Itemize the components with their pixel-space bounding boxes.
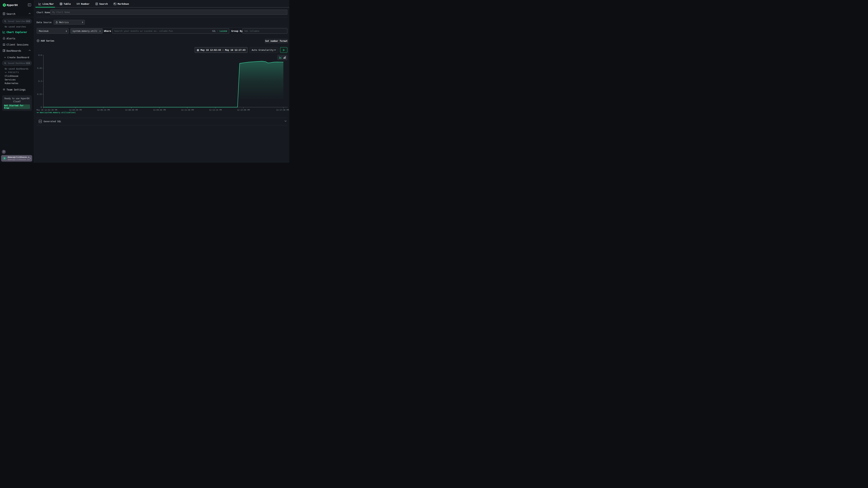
plus-icon: + <box>4 56 6 59</box>
svg-text:0.3: 0.3 <box>38 80 42 82</box>
svg-text:12:15:00 PM: 12:15:00 PM <box>237 109 250 111</box>
line-chart-icon[interactable] <box>279 56 282 59</box>
run-query-button[interactable] <box>280 47 287 53</box>
generated-sql-expand-chevron-icon[interactable] <box>284 120 287 122</box>
code-icon <box>39 120 42 123</box>
svg-text:0: 0 <box>41 106 42 108</box>
granularity-value: Auto Granularity <box>252 48 273 51</box>
saved-searches-input[interactable] <box>7 20 26 23</box>
cloud-cta-line2: Cloud? <box>2 100 32 103</box>
add-series-button[interactable]: Add Series <box>37 39 54 42</box>
select-chevrons-icon: ▲▼ <box>66 30 67 32</box>
chart-type-toggle <box>277 55 287 60</box>
alerts-bell-icon <box>3 37 5 40</box>
saved-searches-search[interactable]: ⌘ K <box>2 19 32 24</box>
add-series-label: Add Series <box>41 39 54 42</box>
user-team: demos@clickhouse.com's <box>8 158 29 161</box>
chevron-down-icon <box>274 50 276 51</box>
svg-text:12:06:15 PM: 12:06:15 PM <box>97 109 110 111</box>
preset-clickhouse[interactable]: Clickhouse <box>5 75 18 77</box>
create-dashboard-button[interactable]: + Create Dashboard <box>4 56 29 59</box>
data-source-label: Data Source <box>36 21 52 24</box>
where-label: Where <box>104 30 111 32</box>
tab-markdown[interactable]: M↓ Markdown <box>114 0 129 8</box>
help-button[interactable]: ? <box>2 150 6 154</box>
play-icon <box>283 49 285 51</box>
chevron-down-icon <box>5 72 7 73</box>
saved-dashboards-search[interactable]: ⌘ K <box>2 61 32 66</box>
magnifier-icon <box>4 20 6 23</box>
aggregation-value: Maximum <box>39 30 49 32</box>
dashboards-chevron-up-icon[interactable] <box>29 50 31 51</box>
user-menu[interactable]: D demos@clickhouse.com demos@clickhouse.… <box>1 155 32 162</box>
presets-header[interactable]: PRESETS <box>5 71 19 73</box>
saved-dashboards-input[interactable] <box>7 62 26 65</box>
tab-number[interactable]: 123 Number <box>76 0 90 8</box>
svg-text:12:09:45 PM: 12:09:45 PM <box>153 109 166 111</box>
tab-bar-track <box>35 7 289 8</box>
bar-chart-icon[interactable] <box>283 56 286 59</box>
search-section-chevron-up-icon[interactable] <box>29 13 31 14</box>
tab-table[interactable]: Table <box>60 0 71 8</box>
where-field: SQL | Lucene <box>112 28 229 34</box>
data-source-select[interactable]: Metrics ▲▼ <box>54 20 85 25</box>
chart-name-label: Chart Name <box>36 11 50 14</box>
user-email: demos@clickhouse.com <box>8 156 29 158</box>
svg-text:0.15: 0.15 <box>37 93 42 95</box>
date-range-value: May 16 12:02:43 - May 16 12:17:43 <box>200 48 245 51</box>
select-chevrons-icon: ▲▼ <box>82 21 83 23</box>
sidebar-item-alerts[interactable]: Alerts <box>6 37 16 40</box>
metric-tag[interactable]: system.memory.utiliza ✕ <box>70 28 102 34</box>
number-123-icon: 123 <box>76 3 80 5</box>
sql-toggle[interactable]: SQL <box>212 30 216 32</box>
no-saved-dashboards-text: No saved dashboards <box>5 68 29 70</box>
tab-label: Table <box>64 3 71 5</box>
svg-text:12:13:15 PM: 12:13:15 PM <box>209 109 222 111</box>
timeseries-chart[interactable]: 00.150.30.450.6May 16 12:02:30 PM12:04:3… <box>34 54 289 112</box>
get-started-button[interactable]: Get Started for Free <box>4 104 30 109</box>
tab-search[interactable]: Search <box>95 0 108 8</box>
plus-circle-icon <box>37 39 39 42</box>
aggregation-select[interactable]: Maximum ▲▼ <box>37 28 68 34</box>
tab-label: Search <box>99 3 108 5</box>
tab-line-bar[interactable]: Line/Bar <box>38 0 54 8</box>
chart-legend[interactable]: max(system.memory.utilization) <box>37 111 76 114</box>
sidebar-item-search[interactable]: Search <box>6 12 16 15</box>
main-area: Line/Bar Table 123 Number Search M↓ Ma <box>34 0 289 163</box>
preset-services[interactable]: Services <box>5 78 16 81</box>
sidebar-item-chart-explorer[interactable]: Chart Explorer <box>6 31 27 34</box>
sidebar-item-team-settings[interactable]: Team Settings <box>6 88 26 91</box>
magnifier-icon <box>4 62 6 64</box>
sidebar-item-client-sessions[interactable]: Client Sessions <box>6 43 29 46</box>
granularity-select[interactable]: Auto Granularity <box>250 47 278 53</box>
create-dashboard-label: Create Dashboard <box>7 56 29 59</box>
sidebar-item-dashboards[interactable]: Dashboards <box>6 50 21 52</box>
chart-explorer-icon <box>3 31 5 33</box>
sidebar-collapse-button[interactable] <box>28 3 31 7</box>
toggle-divider: | <box>217 30 218 32</box>
cloud-cta-card: Ready to use HyperDX Cloud? Get Started … <box>2 95 32 111</box>
hyperdx-logo-icon <box>3 3 6 7</box>
date-range-picker[interactable]: May 16 12:02:43 - May 16 12:17:43 <box>195 47 247 53</box>
tab-label: Markdown <box>118 3 129 5</box>
group-by-input[interactable] <box>243 30 287 32</box>
svg-text:0.45: 0.45 <box>37 67 42 69</box>
active-tab-underline <box>35 7 55 8</box>
generated-sql-label: Generated SQL <box>43 120 61 123</box>
remove-metric-icon[interactable]: ✕ <box>99 30 101 32</box>
generated-sql-header[interactable]: Generated SQL <box>39 120 61 123</box>
cloud-cta-line1: Ready to use HyperDX <box>2 97 32 100</box>
chart-name-input[interactable] <box>51 11 287 13</box>
where-search-input[interactable] <box>113 30 212 32</box>
group-by-field <box>242 28 287 34</box>
set-number-format-button[interactable]: Set number format <box>265 39 288 43</box>
svg-text:0.6: 0.6 <box>38 54 42 56</box>
svg-text:May 16 12:02:30 PM: May 16 12:02:30 PM <box>36 109 57 111</box>
preset-kubernetes[interactable]: Kubernetes <box>5 82 18 85</box>
lucene-toggle[interactable]: Lucene <box>220 30 227 32</box>
shortcut-badge: ⌘ K <box>26 62 31 65</box>
gear-icon <box>3 88 5 91</box>
section-divider <box>36 17 287 18</box>
sidebar: HyperDX Search ⌘ K No saved searches <box>0 0 34 163</box>
list-icon <box>95 3 98 5</box>
